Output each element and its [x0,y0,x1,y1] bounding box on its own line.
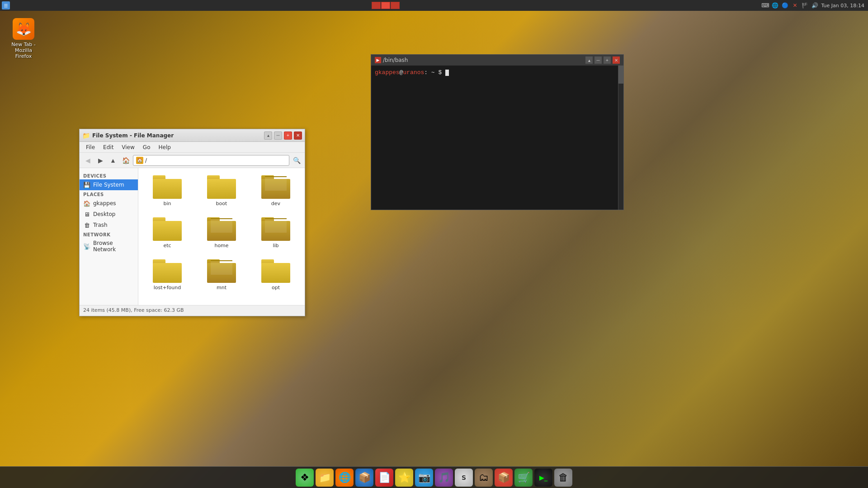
fm-content: bin boot dev [138,168,305,305]
terminal-scrollbar[interactable] [618,66,623,210]
filemanager-window: 📁 File System - File Manager ▴ ─ + ✕ Fil… [79,129,305,316]
terminal-prompt-separator: : ~ $ [424,69,445,76]
fm-home-btn[interactable]: 🏠 [120,155,131,166]
folder-dev[interactable]: dev [250,172,301,210]
fm-pin-btn[interactable]: ▴ [264,131,272,140]
folder-dev-label: dev [271,201,280,206]
dock-item-slimbook[interactable]: S [455,469,473,487]
fm-menubar: File Edit View Go Help [80,142,305,153]
datetime-label: Tue Jan 03, 18:14 [821,3,864,9]
fm-address-bar[interactable]: 🏠 / [133,155,289,166]
fm-search-btn[interactable]: 🔍 [291,155,302,166]
fm-main: DEVICES 💾 File System PLACES 🏠 gkappes 🖥… [80,168,305,305]
fm-title-text: File System - File Manager [92,132,174,139]
terminal-icon: ▶ [375,57,381,63]
fm-back-btn[interactable]: ◀ [82,155,93,166]
dock-item-camera[interactable]: 📷 [415,469,433,487]
sidebar-item-trash[interactable]: 🗑 Trash [80,220,138,230]
terminal-restore-btn[interactable]: + [604,56,611,64]
fm-menu-go[interactable]: Go [139,143,154,151]
folder-bin[interactable]: bin [142,172,193,210]
folder-lost-found-label: lost+found [154,285,181,291]
terminal-prompt-host: uranos [403,69,424,76]
terminal-window: ▶ /bin/bash ▴ ─ + ✕ gkappes@uranos: ~ $ [371,54,624,210]
sidebar-item-desktop-label: Desktop [93,211,116,217]
folder-boot-label: boot [216,201,227,206]
dock-item-bookmarks[interactable]: ⭐ [395,469,413,487]
dock-item-terminal[interactable]: ▶_ [534,469,552,487]
volume-icon[interactable]: 🔊 [811,2,819,9]
dock-item-thunar[interactable]: 🗂 [475,469,493,487]
dock-item-manjaro[interactable]: ❖ [296,469,314,487]
fm-address-text: / [145,157,147,164]
folder-etc[interactable]: etc [142,214,193,252]
terminal-scrollbar-thumb[interactable] [618,66,623,84]
folder-lib-icon [261,217,290,241]
desktop-icon-sidebar: 🖥 [83,211,90,218]
workspace-btn-3[interactable] [391,2,400,9]
dock-item-files[interactable]: 📁 [316,469,334,487]
dock-item-vbox[interactable]: 📦 [355,469,373,487]
dock-item-reader[interactable]: 📄 [375,469,393,487]
folder-home-icon [207,217,236,241]
fm-title-controls: ▴ ─ + ✕ [264,131,302,140]
fm-menu-view[interactable]: View [118,143,138,151]
bluetooth-icon[interactable]: 🔵 [782,2,789,9]
taskbar-top-left: ☰ [0,1,14,9]
workspace-btn-1[interactable] [372,2,381,9]
sidebar-item-gkappes[interactable]: 🏠 gkappes [80,198,138,209]
dock-item-anoise[interactable]: 🎵 [435,469,453,487]
keyboard-icon[interactable]: ⌨ [762,2,769,9]
sidebar-item-browse-network[interactable]: 📡 Browse Network [80,238,138,254]
taskbar-center [14,2,758,9]
folder-etc-icon [153,217,182,241]
app-menu-icon[interactable]: ☰ [2,1,10,9]
folder-etc-label: etc [163,243,171,249]
folder-lost-found[interactable]: lost+found [142,256,193,294]
taskbar-right: ⌨ 🌐 🔵 ✕ 🏴 🔊 Tue Jan 03, 18:14 [758,2,868,9]
fm-maximize-btn[interactable]: + [284,131,292,140]
folder-mnt[interactable]: mnt [196,256,247,294]
fm-up-btn[interactable]: ▲ [108,155,118,166]
sidebar-item-filesystem[interactable]: 💾 File System [80,179,138,190]
desktop-icon-firefox[interactable]: 🦊 New Tab -Mozilla Firefox [5,16,42,61]
terminal-minimize-btn[interactable]: ▴ [585,56,593,64]
sidebar-item-trash-label: Trash [93,222,108,228]
network-icon[interactable]: 🌐 [772,2,779,9]
fm-titlebar: 📁 File System - File Manager ▴ ─ + ✕ [80,129,305,142]
close-sys-icon[interactable]: ✕ [792,2,799,9]
fm-minimize-btn[interactable]: ─ [274,131,282,140]
sidebar-section-places: PLACES [80,190,138,198]
filesystem-icon: 💾 [83,181,90,188]
dock-item-store[interactable]: 🛒 [514,469,533,487]
terminal-titlebar: ▶ /bin/bash ▴ ─ + ✕ [371,55,623,66]
fm-menu-help[interactable]: Help [155,143,174,151]
home-icon: 🏠 [83,200,90,207]
terminal-close-btn[interactable]: ✕ [613,56,620,64]
terminal-maximize-btn[interactable]: ─ [594,56,602,64]
fm-close-btn[interactable]: ✕ [294,131,302,140]
terminal-cursor [445,70,449,76]
workspace-btn-2[interactable] [381,2,390,9]
dock-item-firefox[interactable]: 🌐 [335,469,354,487]
fm-status-text: 24 items (45.8 MB), Free space: 62.3 GB [83,307,184,313]
fm-forward-btn[interactable]: ▶ [95,155,106,166]
dock-item-trash[interactable]: 🗑 [554,469,572,487]
dock-item-pamac[interactable]: 📦 [495,469,513,487]
folder-lost-found-icon [153,259,182,283]
folder-opt[interactable]: opt [250,256,301,294]
sidebar-item-desktop[interactable]: 🖥 Desktop [80,209,138,220]
firefox-icon-label: New Tab -Mozilla Firefox [7,42,40,60]
folder-boot-icon [207,175,236,199]
fm-app-icon: 📁 [82,132,90,139]
folder-boot[interactable]: boot [196,172,247,210]
folder-home[interactable]: home [196,214,247,252]
folder-opt-label: opt [272,285,280,291]
fm-statusbar: 24 items (45.8 MB), Free space: 62.3 GB [80,305,305,315]
fm-toolbar: ◀ ▶ ▲ 🏠 🏠 / 🔍 [80,153,305,168]
fm-menu-file[interactable]: File [82,143,99,151]
flag-icon[interactable]: 🏴 [802,2,809,9]
fm-menu-edit[interactable]: Edit [99,143,117,151]
folder-lib[interactable]: lib [250,214,301,252]
terminal-body[interactable]: gkappes@uranos: ~ $ [371,66,623,210]
